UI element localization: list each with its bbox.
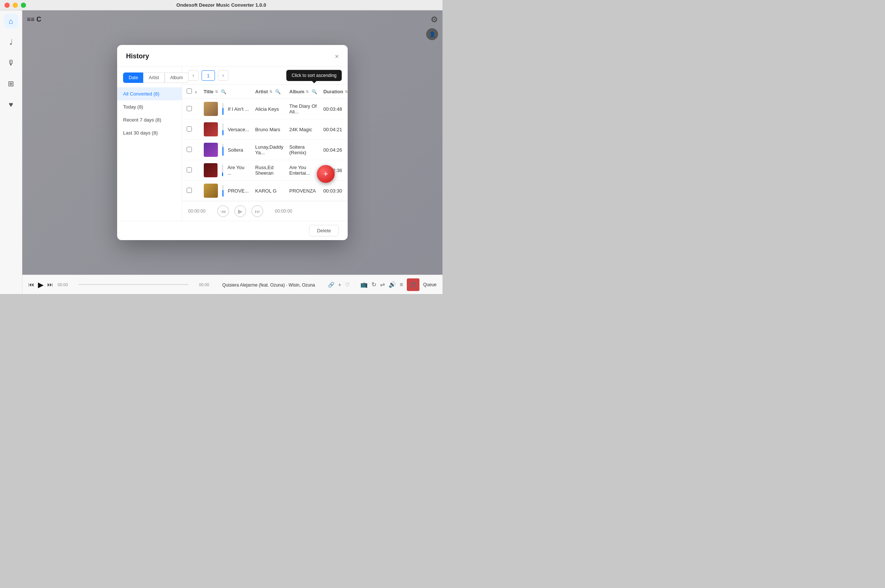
row-2-checkbox[interactable] [187, 126, 192, 132]
player-time-left: 00:00:00 [188, 208, 210, 214]
row-checkbox-cell [182, 181, 201, 201]
player-bar-next-button[interactable]: ⏭ [47, 281, 53, 288]
row-3-duration: 00:04:26 [320, 140, 348, 160]
modal-sidebar: Date Artist Album All Converted (8) Toda… [117, 66, 182, 221]
app-body: ⌂ ♩ 🎙 ⊞ ♥ ⚙ 👤 ≡≡ C History × [0, 10, 443, 294]
tab-date[interactable]: Date [123, 72, 143, 83]
sidebar-item-all-converted[interactable]: All Converted (8) [117, 87, 182, 100]
player-bar-progress[interactable] [78, 284, 189, 285]
modal-title: History [126, 52, 149, 60]
tracks-table-container: ▼ Title ⇅ 🔍 [182, 85, 348, 201]
heart-icon[interactable]: ♡ [345, 282, 350, 288]
modal-close-button[interactable]: × [335, 53, 339, 60]
sidebar-item-last-30[interactable]: Last 30 days (8) [117, 126, 182, 140]
sidebar-item-home[interactable]: ⌂ [4, 14, 18, 28]
modal-content: ‹ › Click to sort ascending [182, 66, 348, 221]
row-checkbox-cell [182, 140, 201, 160]
player-bar-controls: ⏮ ▶ ⏭ [28, 280, 53, 289]
player-prev-button[interactable]: ⏮ [217, 205, 229, 217]
album-search-icon[interactable]: 🔍 [312, 89, 317, 94]
deezer-add-button[interactable]: + [317, 165, 335, 183]
table-row: Soltera Lunay,Daddy Ya... Soltera (Remix… [182, 140, 348, 160]
artist-sort-icon[interactable]: ⇅ [269, 90, 272, 94]
artist-search-icon[interactable]: 🔍 [275, 89, 281, 94]
row-3-title-cell: Soltera [201, 140, 252, 160]
volume-icon[interactable]: 🔊 [389, 281, 396, 288]
row-3-artist: Lunay,Daddy Ya... [252, 140, 286, 160]
player-bar-track-name: Quisiera Alejarme (feat. Ozuna) · Wisin,… [222, 282, 315, 288]
row-1-title: If I Ain't ... [228, 106, 249, 112]
row-checkbox-cell [182, 160, 201, 181]
row-5-duration: 00:03:30 [320, 181, 348, 201]
queue-label[interactable]: Queue [423, 282, 437, 287]
sidebar-item-today[interactable]: Today (8) [117, 100, 182, 113]
player-bar-play-button[interactable]: ▶ [38, 280, 44, 289]
delete-button[interactable]: Delete [309, 225, 339, 236]
row-1-artist: Alicia Keys [252, 99, 286, 119]
player-bar: ⏮ ▶ ⏭ 00:00 00:00 Quisiera Alejarme (fea… [22, 274, 443, 294]
header-checkbox: ▼ [182, 85, 201, 99]
row-2-thumbnail [204, 122, 218, 136]
row-2-progress [222, 123, 224, 135]
minimize-button[interactable] [13, 3, 18, 8]
row-1-checkbox[interactable] [187, 106, 192, 111]
page-input[interactable] [201, 70, 215, 81]
row-1-thumbnail [204, 102, 218, 116]
title-sort-icon[interactable]: ⇅ [215, 90, 218, 94]
window-title: Ondesoft Deezer Music Converter 1.0.0 [176, 2, 266, 8]
header-album: Album ⇅ 🔍 [286, 85, 320, 99]
modal-footer: Delete [117, 221, 348, 240]
row-1-progress [222, 103, 224, 115]
row-4-thumbnail [204, 163, 218, 177]
title-bar: Ondesoft Deezer Music Converter 1.0.0 [0, 0, 443, 10]
row-5-thumbnail [204, 184, 218, 198]
modal-toolbar: ‹ › Click to sort ascending [182, 66, 348, 85]
row-5-checkbox[interactable] [187, 188, 192, 193]
eq-icon[interactable]: ≡ [400, 281, 403, 288]
row-2-album: 24K Magic [286, 119, 320, 140]
sidebar-item-favorites[interactable]: ♥ [4, 98, 18, 111]
row-2-duration: 00:04:21 [320, 119, 348, 140]
title-bar-buttons [5, 3, 26, 8]
sidebar-item-mic[interactable]: 🎙 [4, 56, 18, 70]
player-play-button[interactable]: ▶ [234, 205, 246, 217]
row-4-checkbox[interactable] [187, 167, 192, 172]
player-next-button[interactable]: ⏭ [251, 205, 263, 217]
shuffle-icon[interactable]: ⇌ [380, 281, 385, 288]
header-title: Title ⇅ 🔍 [201, 85, 252, 99]
player-bar-time-left: 00:00 [58, 282, 71, 287]
sidebar-item-grid[interactable]: ⊞ [4, 76, 18, 91]
player-bar-prev-button[interactable]: ⏮ [28, 281, 34, 288]
row-5-title: PROVE... [228, 188, 249, 194]
maximize-button[interactable] [21, 3, 26, 8]
history-modal: History × Date Artist Album All Converte… [117, 45, 348, 240]
row-5-album: PROVENZA [286, 181, 320, 201]
row-1-duration: 00:03:48 [320, 99, 348, 119]
next-page-button[interactable]: › [218, 70, 228, 81]
table-row: If I Ain't ... Alicia Keys The Diary Of … [182, 99, 348, 119]
close-button[interactable] [5, 3, 10, 8]
sidebar-item-recent-7[interactable]: Recent 7 days (8) [117, 113, 182, 126]
cast-icon[interactable]: 📺 [360, 281, 368, 288]
title-search-icon[interactable]: 🔍 [221, 89, 227, 94]
player-time-right: 00:00:00 [270, 208, 292, 214]
prev-page-button[interactable]: ‹ [188, 70, 198, 81]
modal-player: 00:00:00 ⏮ ▶ ⏭ 00:00:00 [182, 201, 348, 221]
repeat-icon[interactable]: ↻ [371, 281, 376, 288]
row-3-checkbox[interactable] [187, 147, 192, 152]
tooltip-text: Click to sort ascending [291, 73, 337, 78]
sidebar-item-music[interactable]: ♩ [4, 35, 18, 49]
player-avatar: 🎵 [407, 278, 419, 291]
duration-sort-icon[interactable]: ⇅ [345, 90, 348, 94]
add-icon[interactable]: + [338, 282, 341, 288]
link-icon[interactable]: 🔗 [328, 282, 334, 288]
row-5-artist: KAROL G [252, 181, 286, 201]
header-artist: Artist ⇅ 🔍 [252, 85, 286, 99]
row-5-title-cell: PROVE... [201, 181, 252, 201]
row-1-title-cell: If I Ain't ... [201, 99, 252, 119]
tab-artist[interactable]: Artist [143, 72, 164, 83]
album-sort-icon[interactable]: ⇅ [306, 90, 309, 94]
select-all-checkbox[interactable] [187, 88, 192, 94]
row-2-title: Versace... [228, 127, 249, 132]
row-3-progress [222, 144, 224, 156]
